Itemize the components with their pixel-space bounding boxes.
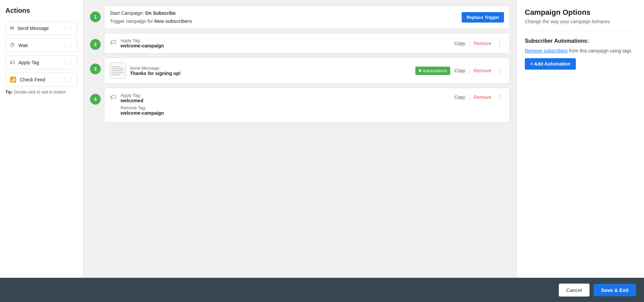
cancel-button[interactable]: Cancel bbox=[559, 284, 590, 297]
right-panel: Campaign Options Change the way your cam… bbox=[516, 0, 644, 278]
clock-icon: ⏱ bbox=[10, 42, 15, 48]
action-wait[interactable]: ⏱ Wait ⋮⋮ bbox=[5, 38, 78, 52]
tag-icon: 🏷 bbox=[10, 60, 15, 66]
apply-tag-value-4: welcomed bbox=[121, 98, 164, 103]
automations-button[interactable]: Automations bbox=[415, 67, 450, 75]
message-type-label: Send Message: bbox=[130, 66, 181, 71]
panel-subtitle: Change the way your campaign behaves bbox=[525, 19, 636, 24]
email-icon: ✉ bbox=[10, 25, 14, 31]
divider bbox=[469, 94, 470, 100]
remove-tag-label-4: Remove Tag: bbox=[121, 105, 164, 110]
step-number-3: 3 bbox=[90, 64, 101, 74]
drag-handle-apply-tag[interactable]: ⋮⋮ bbox=[62, 59, 73, 66]
tag-step-icon: 🏷 bbox=[110, 39, 117, 46]
message-preview-box bbox=[110, 63, 126, 79]
step-row-3: 3 Sen bbox=[90, 58, 510, 84]
step-2-remove-button[interactable]: Remove bbox=[472, 40, 493, 47]
sidebar-title: Actions bbox=[5, 7, 78, 14]
remove-subscribers-text: Remove subscribers from this campaign us… bbox=[525, 48, 636, 53]
message-preview-lines bbox=[111, 66, 125, 75]
step-2-copy-button[interactable]: Copy bbox=[453, 40, 467, 47]
apply-tag-card: 🏷 Apply Tag: welcome-campaign Copy Remov… bbox=[104, 33, 510, 53]
step-3-remove-button[interactable]: Remove bbox=[472, 67, 493, 74]
remove-subscribers-link[interactable]: Remove subscribers bbox=[525, 48, 568, 53]
multi-tag-icon: 🏷 bbox=[110, 93, 117, 101]
step-3-actions: Automations Copy Remove ⋮ bbox=[415, 66, 504, 75]
drag-handle-wait[interactable]: ⋮⋮ bbox=[62, 42, 73, 48]
save-exit-button[interactable]: Save & Exit bbox=[594, 284, 636, 296]
send-message-card: Send Message: Thanks for signing up! Aut… bbox=[104, 58, 510, 84]
panel-title: Campaign Options bbox=[525, 8, 636, 17]
step-4-remove-button[interactable]: Remove bbox=[472, 94, 493, 101]
step-row-1: 1 Start Campaign: On Subscribe Trigger c… bbox=[90, 5, 510, 29]
step-row-2: 2 🏷 Apply Tag: welcome-campaign Copy Rem… bbox=[90, 33, 510, 53]
trigger-card: Start Campaign: On Subscribe Trigger cam… bbox=[104, 5, 510, 29]
actions-sidebar: Actions ✉ Send Message ⋮⋮ ⏱ Wait ⋮⋮ 🏷 Ap… bbox=[0, 0, 83, 278]
footer: Cancel Save & Exit bbox=[0, 278, 644, 302]
drag-handle-send-message[interactable]: ⋮⋮ bbox=[62, 25, 73, 31]
apply-tag-label-4: Apply Tag: bbox=[121, 93, 164, 98]
step-number-4: 4 bbox=[90, 94, 101, 105]
preview-line-3 bbox=[111, 70, 123, 71]
step-number-1: 1 bbox=[90, 11, 101, 22]
divider bbox=[469, 40, 470, 46]
automations-dot bbox=[419, 69, 421, 72]
preview-line-5 bbox=[111, 74, 121, 75]
apply-tag-value: welcome-campaign bbox=[121, 43, 164, 48]
replace-trigger-button[interactable]: Replace Trigger bbox=[462, 12, 504, 23]
step-4-actions: Copy Remove ⋮ bbox=[453, 93, 504, 102]
action-check-feed[interactable]: 📶 Check Feed ⋮⋮ bbox=[5, 73, 78, 86]
step-4-more-button[interactable]: ⋮ bbox=[495, 93, 504, 102]
step-row-4: 4 🏷 Apply Tag: welcomed Remove Tag: we bbox=[90, 88, 510, 123]
action-apply-tag[interactable]: 🏷 Apply Tag ⋮⋮ bbox=[5, 55, 78, 69]
tip-text: Tip: Double-click to add to bottom bbox=[5, 90, 78, 95]
divider bbox=[469, 68, 470, 74]
workflow-canvas: 1 Start Campaign: On Subscribe Trigger c… bbox=[83, 0, 516, 278]
step-4-copy-button[interactable]: Copy bbox=[453, 94, 467, 101]
action-label-wait: Wait bbox=[18, 43, 28, 48]
step-3-more-button[interactable]: ⋮ bbox=[495, 66, 504, 75]
panel-divider bbox=[525, 31, 636, 31]
step-number-2: 2 bbox=[90, 39, 101, 50]
add-automation-button[interactable]: + Add Automation bbox=[525, 58, 576, 70]
action-label-apply-tag: Apply Tag bbox=[18, 60, 39, 65]
message-title: Thanks for signing up! bbox=[130, 71, 181, 76]
preview-line-1 bbox=[111, 66, 121, 67]
multi-tag-card: 🏷 Apply Tag: welcomed Remove Tag: welcom… bbox=[104, 88, 510, 123]
step-2-actions: Copy Remove ⋮ bbox=[453, 39, 504, 48]
apply-tag-label: Apply Tag: bbox=[121, 38, 164, 43]
preview-line-4 bbox=[111, 72, 125, 73]
step-2-more-button[interactable]: ⋮ bbox=[495, 39, 504, 48]
preview-line-2 bbox=[111, 68, 125, 69]
trigger-title: Start Campaign: On Subscribe bbox=[110, 10, 192, 16]
drag-handle-check-feed[interactable]: ⋮⋮ bbox=[62, 76, 73, 83]
automations-section-title: Subscriber Automations: bbox=[525, 38, 636, 44]
remove-tag-value-4: welcome-campaign bbox=[121, 110, 164, 116]
trigger-subtitle: Trigger campaign for New subscribers bbox=[110, 18, 192, 24]
action-send-message[interactable]: ✉ Send Message ⋮⋮ bbox=[5, 21, 78, 35]
step-3-copy-button[interactable]: Copy bbox=[453, 67, 467, 74]
feed-icon: 📶 bbox=[10, 76, 16, 83]
action-label-check-feed: Check Feed bbox=[20, 77, 45, 82]
action-label-send-message: Send Message bbox=[17, 26, 49, 31]
